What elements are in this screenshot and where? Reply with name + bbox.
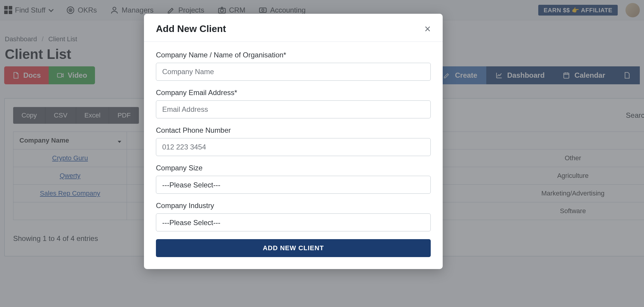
input-email[interactable] [156, 100, 431, 118]
add-client-modal: Add New Client × Company Name / Name of … [144, 14, 443, 269]
modal-title: Add New Client [156, 23, 226, 34]
select-industry[interactable]: ---Please Select--- [156, 213, 431, 231]
select-size[interactable]: ---Please Select--- [156, 176, 431, 194]
input-phone[interactable] [156, 138, 431, 156]
close-icon[interactable]: × [424, 24, 431, 34]
label-industry: Company Industry [156, 201, 431, 210]
label-company-name: Company Name / Name of Organisation* [156, 51, 431, 59]
input-company-name[interactable] [156, 63, 431, 81]
add-new-client-button[interactable]: ADD NEW CLIENT [156, 239, 431, 257]
label-size: Company Size [156, 164, 431, 172]
label-email: Company Email Address* [156, 88, 431, 97]
label-phone: Contact Phone Number [156, 126, 431, 135]
